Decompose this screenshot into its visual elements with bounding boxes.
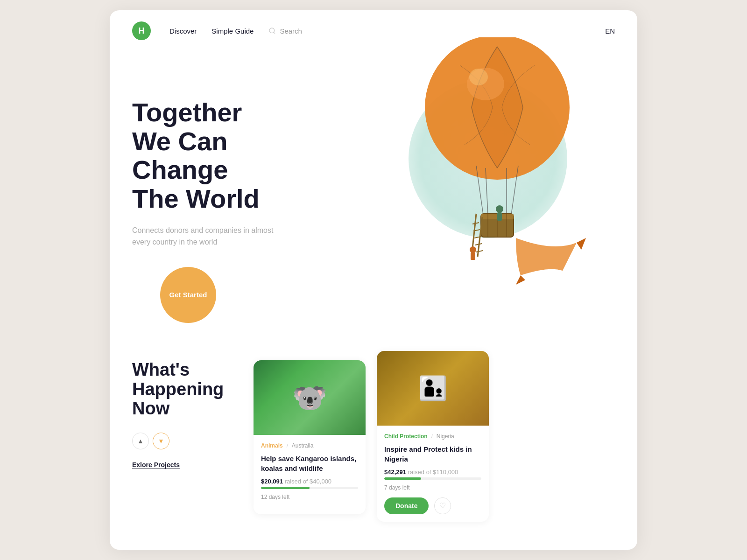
get-started-button[interactable]: Get Started bbox=[160, 267, 216, 323]
card-body-nigeria: Child Protection / Nigeria Inspire and P… bbox=[377, 426, 489, 522]
carousel-controls: ▲ ▼ bbox=[132, 433, 235, 449]
project-card-koala: Animals / Australia Help save Kangaroo i… bbox=[254, 360, 366, 514]
card-tags-koala: Animals / Australia bbox=[261, 442, 358, 449]
card-tag-animals: Animals bbox=[261, 442, 283, 449]
app-container: H Discover Simple Guide Search EN Togeth… bbox=[110, 10, 637, 550]
card-image-nigeria bbox=[377, 351, 489, 426]
card-image-koala bbox=[254, 360, 366, 435]
progress-bar-fill-koala bbox=[261, 487, 310, 489]
card-tag-child: Child Protection bbox=[384, 433, 428, 440]
nav-guide[interactable]: Simple Guide bbox=[211, 27, 254, 35]
svg-line-1 bbox=[274, 32, 275, 34]
hero-subtitle: Connects donors and companies in almost … bbox=[132, 224, 282, 248]
card-country-koala: Australia bbox=[292, 442, 314, 449]
card-title-nigeria: Inspire and Protect kids in Nigeria bbox=[384, 444, 481, 464]
hero-title: Together We Can Change The World bbox=[132, 98, 319, 213]
card-actions-nigeria: Donate ♡ bbox=[384, 497, 481, 514]
card-raised-nigeria: $42,291 raised of $110,000 bbox=[384, 469, 481, 476]
card-body-koala: Animals / Australia Help save Kangaroo i… bbox=[254, 435, 366, 514]
card-tags-nigeria: Child Protection / Nigeria bbox=[384, 433, 481, 440]
project-card-nigeria: Child Protection / Nigeria Inspire and P… bbox=[377, 351, 489, 522]
card-tag-sep: / bbox=[287, 443, 288, 448]
search-icon bbox=[268, 27, 276, 35]
nav-discover[interactable]: Discover bbox=[169, 27, 197, 35]
nav-links: Discover Simple Guide Search bbox=[169, 27, 605, 35]
explore-projects-link[interactable]: Exlore Projects bbox=[132, 461, 180, 469]
card-tag-sep-2: / bbox=[431, 434, 433, 439]
heart-button-nigeria[interactable]: ♡ bbox=[434, 497, 451, 514]
happening-left: What's Happening Now ▲ ▼ Exlore Projects bbox=[132, 360, 235, 469]
donate-button-nigeria[interactable]: Donate bbox=[384, 497, 429, 514]
language-selector[interactable]: EN bbox=[605, 27, 615, 35]
carousel-down-btn[interactable]: ▼ bbox=[153, 433, 169, 449]
card-raised-koala: $20,091 raised of $40,000 bbox=[261, 478, 358, 485]
hero-section: Together We Can Change The World Connect… bbox=[110, 51, 637, 351]
svg-point-0 bbox=[269, 28, 275, 33]
card-days-nigeria: 7 days left bbox=[384, 484, 481, 491]
progress-bar-bg-nigeria bbox=[384, 477, 481, 480]
happening-section: What's Happening Now ▲ ▼ Exlore Projects… bbox=[110, 351, 637, 550]
navbar: H Discover Simple Guide Search EN bbox=[110, 10, 637, 51]
cards-area: Animals / Australia Help save Kangaroo i… bbox=[254, 360, 615, 522]
search-label: Search bbox=[280, 27, 302, 35]
carousel-up-btn[interactable]: ▲ bbox=[132, 433, 149, 449]
nav-search[interactable]: Search bbox=[268, 27, 302, 35]
card-days-koala: 12 days left bbox=[261, 494, 358, 500]
progress-bar-fill-nigeria bbox=[384, 477, 421, 480]
card-country-nigeria: Nigeria bbox=[437, 433, 454, 440]
hero-content: Together We Can Change The World Connect… bbox=[132, 61, 615, 323]
progress-bar-bg-koala bbox=[261, 487, 358, 489]
card-title-koala: Help save Kangaroo islands, koalas and w… bbox=[261, 454, 358, 473]
happening-title: What's Happening Now bbox=[132, 360, 235, 419]
logo[interactable]: H bbox=[132, 21, 151, 40]
